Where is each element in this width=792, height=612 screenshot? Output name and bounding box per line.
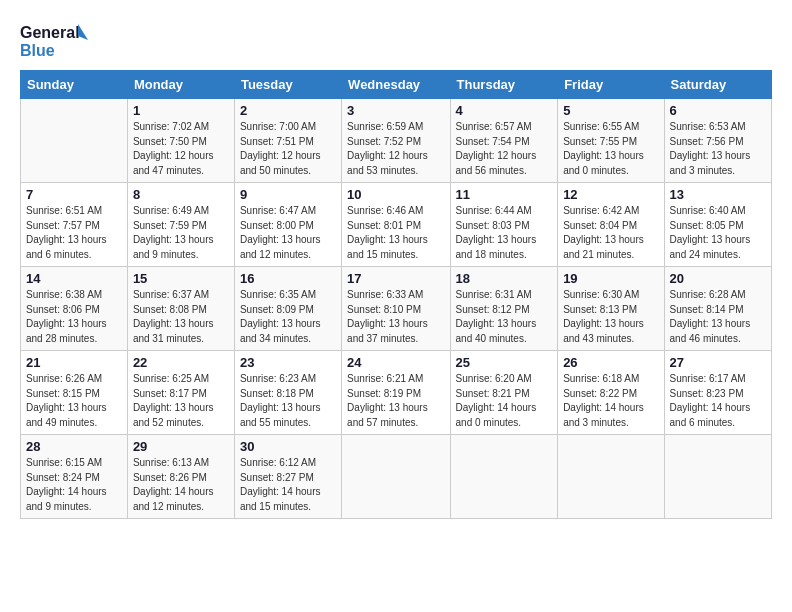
calendar-day-cell: 30Sunrise: 6:12 AMSunset: 8:27 PMDayligh… [234,435,341,519]
calendar-day-cell: 26Sunrise: 6:18 AMSunset: 8:22 PMDayligh… [558,351,664,435]
calendar-day-cell: 17Sunrise: 6:33 AMSunset: 8:10 PMDayligh… [342,267,450,351]
day-detail: Sunrise: 6:31 AMSunset: 8:12 PMDaylight:… [456,288,553,346]
day-of-week-header: Monday [127,71,234,99]
day-detail: Sunrise: 6:33 AMSunset: 8:10 PMDaylight:… [347,288,444,346]
logo: GeneralBlue [20,20,90,60]
day-number: 9 [240,187,336,202]
svg-text:Blue: Blue [20,42,55,59]
calendar-day-cell [21,99,128,183]
day-number: 23 [240,355,336,370]
day-detail: Sunrise: 6:42 AMSunset: 8:04 PMDaylight:… [563,204,658,262]
day-detail: Sunrise: 6:20 AMSunset: 8:21 PMDaylight:… [456,372,553,430]
day-detail: Sunrise: 6:13 AMSunset: 8:26 PMDaylight:… [133,456,229,514]
calendar-body: 1Sunrise: 7:02 AMSunset: 7:50 PMDaylight… [21,99,772,519]
day-of-week-header: Thursday [450,71,558,99]
calendar-day-cell: 20Sunrise: 6:28 AMSunset: 8:14 PMDayligh… [664,267,771,351]
day-number: 12 [563,187,658,202]
day-number: 18 [456,271,553,286]
day-detail: Sunrise: 6:47 AMSunset: 8:00 PMDaylight:… [240,204,336,262]
calendar-day-cell [342,435,450,519]
calendar-day-cell: 14Sunrise: 6:38 AMSunset: 8:06 PMDayligh… [21,267,128,351]
day-number: 17 [347,271,444,286]
day-detail: Sunrise: 6:51 AMSunset: 7:57 PMDaylight:… [26,204,122,262]
day-detail: Sunrise: 6:46 AMSunset: 8:01 PMDaylight:… [347,204,444,262]
day-number: 22 [133,355,229,370]
calendar-day-cell: 3Sunrise: 6:59 AMSunset: 7:52 PMDaylight… [342,99,450,183]
day-number: 26 [563,355,658,370]
day-number: 7 [26,187,122,202]
day-detail: Sunrise: 6:35 AMSunset: 8:09 PMDaylight:… [240,288,336,346]
day-detail: Sunrise: 6:12 AMSunset: 8:27 PMDaylight:… [240,456,336,514]
day-number: 13 [670,187,766,202]
day-number: 2 [240,103,336,118]
day-number: 15 [133,271,229,286]
day-number: 24 [347,355,444,370]
day-detail: Sunrise: 6:30 AMSunset: 8:13 PMDaylight:… [563,288,658,346]
calendar-day-cell: 13Sunrise: 6:40 AMSunset: 8:05 PMDayligh… [664,183,771,267]
day-number: 5 [563,103,658,118]
day-number: 29 [133,439,229,454]
calendar-day-cell: 10Sunrise: 6:46 AMSunset: 8:01 PMDayligh… [342,183,450,267]
calendar-week-row: 21Sunrise: 6:26 AMSunset: 8:15 PMDayligh… [21,351,772,435]
day-detail: Sunrise: 6:59 AMSunset: 7:52 PMDaylight:… [347,120,444,178]
calendar-day-cell: 25Sunrise: 6:20 AMSunset: 8:21 PMDayligh… [450,351,558,435]
day-detail: Sunrise: 6:21 AMSunset: 8:19 PMDaylight:… [347,372,444,430]
day-detail: Sunrise: 6:55 AMSunset: 7:55 PMDaylight:… [563,120,658,178]
calendar-day-cell: 2Sunrise: 7:00 AMSunset: 7:51 PMDaylight… [234,99,341,183]
day-detail: Sunrise: 6:37 AMSunset: 8:08 PMDaylight:… [133,288,229,346]
day-number: 28 [26,439,122,454]
day-detail: Sunrise: 6:53 AMSunset: 7:56 PMDaylight:… [670,120,766,178]
calendar-day-cell: 5Sunrise: 6:55 AMSunset: 7:55 PMDaylight… [558,99,664,183]
day-detail: Sunrise: 6:57 AMSunset: 7:54 PMDaylight:… [456,120,553,178]
day-number: 8 [133,187,229,202]
calendar-day-cell: 1Sunrise: 7:02 AMSunset: 7:50 PMDaylight… [127,99,234,183]
calendar-day-cell: 9Sunrise: 6:47 AMSunset: 8:00 PMDaylight… [234,183,341,267]
day-number: 14 [26,271,122,286]
day-of-week-header: Sunday [21,71,128,99]
day-number: 25 [456,355,553,370]
calendar-day-cell: 4Sunrise: 6:57 AMSunset: 7:54 PMDaylight… [450,99,558,183]
day-of-week-header: Friday [558,71,664,99]
day-number: 10 [347,187,444,202]
day-number: 1 [133,103,229,118]
calendar-day-cell [558,435,664,519]
calendar-table: SundayMondayTuesdayWednesdayThursdayFrid… [20,70,772,519]
day-number: 4 [456,103,553,118]
calendar-day-cell: 27Sunrise: 6:17 AMSunset: 8:23 PMDayligh… [664,351,771,435]
day-detail: Sunrise: 6:18 AMSunset: 8:22 PMDaylight:… [563,372,658,430]
day-number: 19 [563,271,658,286]
svg-text:General: General [20,24,80,41]
day-number: 3 [347,103,444,118]
day-detail: Sunrise: 6:44 AMSunset: 8:03 PMDaylight:… [456,204,553,262]
calendar-day-cell [664,435,771,519]
day-detail: Sunrise: 6:28 AMSunset: 8:14 PMDaylight:… [670,288,766,346]
calendar-day-cell: 16Sunrise: 6:35 AMSunset: 8:09 PMDayligh… [234,267,341,351]
day-detail: Sunrise: 6:15 AMSunset: 8:24 PMDaylight:… [26,456,122,514]
day-of-week-header: Saturday [664,71,771,99]
day-number: 30 [240,439,336,454]
calendar-day-cell: 19Sunrise: 6:30 AMSunset: 8:13 PMDayligh… [558,267,664,351]
day-detail: Sunrise: 6:17 AMSunset: 8:23 PMDaylight:… [670,372,766,430]
day-number: 6 [670,103,766,118]
day-detail: Sunrise: 6:40 AMSunset: 8:05 PMDaylight:… [670,204,766,262]
day-number: 21 [26,355,122,370]
day-detail: Sunrise: 6:49 AMSunset: 7:59 PMDaylight:… [133,204,229,262]
calendar-day-cell: 7Sunrise: 6:51 AMSunset: 7:57 PMDaylight… [21,183,128,267]
calendar-day-cell: 28Sunrise: 6:15 AMSunset: 8:24 PMDayligh… [21,435,128,519]
calendar-day-cell: 29Sunrise: 6:13 AMSunset: 8:26 PMDayligh… [127,435,234,519]
day-number: 20 [670,271,766,286]
day-detail: Sunrise: 6:25 AMSunset: 8:17 PMDaylight:… [133,372,229,430]
calendar-day-cell: 8Sunrise: 6:49 AMSunset: 7:59 PMDaylight… [127,183,234,267]
calendar-day-cell: 23Sunrise: 6:23 AMSunset: 8:18 PMDayligh… [234,351,341,435]
calendar-day-cell [450,435,558,519]
day-detail: Sunrise: 6:23 AMSunset: 8:18 PMDaylight:… [240,372,336,430]
calendar-day-cell: 12Sunrise: 6:42 AMSunset: 8:04 PMDayligh… [558,183,664,267]
calendar-day-cell: 21Sunrise: 6:26 AMSunset: 8:15 PMDayligh… [21,351,128,435]
calendar-day-cell: 22Sunrise: 6:25 AMSunset: 8:17 PMDayligh… [127,351,234,435]
calendar-day-cell: 11Sunrise: 6:44 AMSunset: 8:03 PMDayligh… [450,183,558,267]
logo-svg: GeneralBlue [20,20,90,60]
page-header: GeneralBlue [20,20,772,60]
day-detail: Sunrise: 6:26 AMSunset: 8:15 PMDaylight:… [26,372,122,430]
calendar-day-cell: 6Sunrise: 6:53 AMSunset: 7:56 PMDaylight… [664,99,771,183]
day-number: 16 [240,271,336,286]
